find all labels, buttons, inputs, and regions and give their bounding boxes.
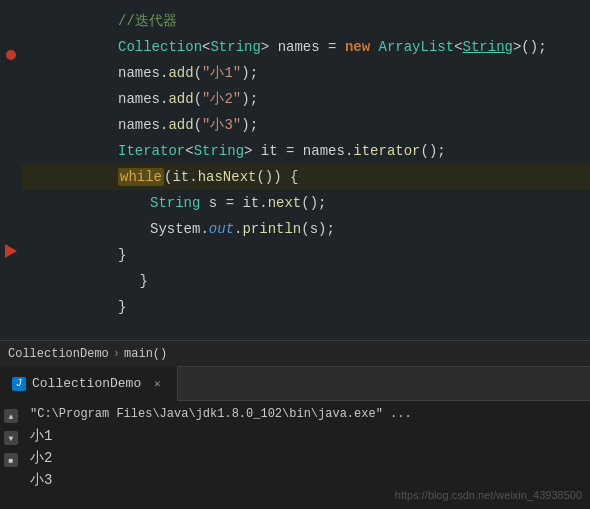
code-editor: //迭代器 Collection<String> names = new Arr…	[22, 0, 590, 340]
terminal-up-button[interactable]: ▲	[4, 409, 18, 423]
breadcrumb-method[interactable]: main()	[124, 347, 167, 361]
tab-label: CollectionDemo	[32, 376, 141, 391]
output-line-1: 小1	[30, 425, 582, 447]
terminal-panel: ▲ ▼ ■ "C:\Program Files\Java\jdk1.8.0_10…	[0, 401, 590, 509]
tab-bar: J CollectionDemo ✕	[0, 366, 590, 401]
tab-close-button[interactable]: ✕	[149, 376, 165, 392]
editor-panel: //迭代器 Collection<String> names = new Arr…	[0, 0, 590, 340]
code-line-12: }	[22, 294, 590, 320]
terminal-command: "C:\Program Files\Java\jdk1.8.0_102\bin\…	[30, 407, 582, 421]
app-container: //迭代器 Collection<String> names = new Arr…	[0, 0, 590, 509]
terminal-stop-button[interactable]: ■	[4, 453, 18, 467]
code-text-12: }	[22, 268, 586, 340]
terminal-output: 小1 小2 小3	[30, 425, 582, 491]
breadcrumb-separator: ›	[113, 347, 120, 361]
breakpoint-1[interactable]	[6, 50, 16, 60]
terminal-down-button[interactable]: ▼	[4, 431, 18, 445]
debug-arrow	[5, 244, 17, 258]
watermark: https://blog.csdn.net/weixin_43938500	[395, 489, 582, 501]
java-file-icon: J	[12, 377, 26, 391]
terminal-sidebar: ▲ ▼ ■	[0, 401, 22, 509]
terminal-output-area: "C:\Program Files\Java\jdk1.8.0_102\bin\…	[22, 401, 590, 509]
breadcrumb-file[interactable]: CollectionDemo	[8, 347, 109, 361]
tab-collection-demo[interactable]: J CollectionDemo ✕	[0, 366, 178, 401]
output-line-3: 小3	[30, 469, 582, 491]
breadcrumb: CollectionDemo › main()	[0, 340, 590, 366]
gutter-sidebar	[0, 0, 22, 340]
output-line-2: 小2	[30, 447, 582, 469]
